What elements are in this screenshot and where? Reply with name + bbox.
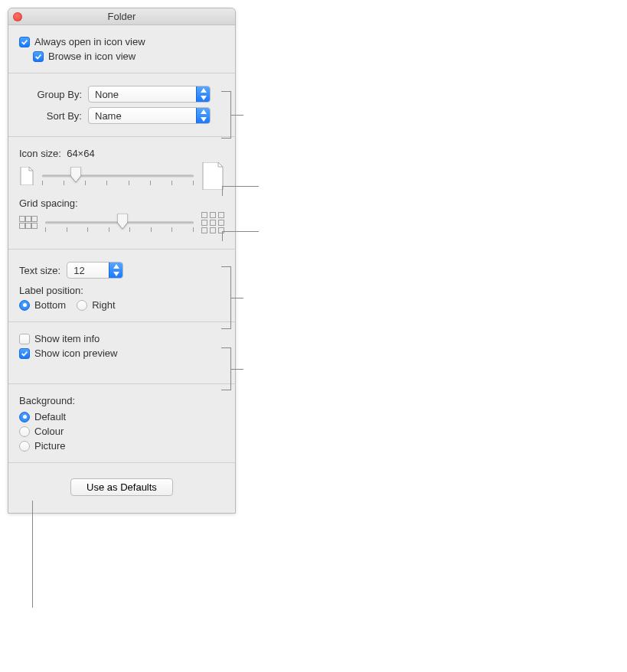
bg-default-label: Default: [34, 411, 66, 422]
sort-by-label: Sort By:: [19, 110, 88, 122]
callout-line: [222, 231, 259, 232]
svg-rect-11: [219, 220, 224, 226]
stepper-icon: [109, 263, 122, 278]
lbl-bottom: Bottom: [34, 299, 66, 311]
svg-rect-2: [32, 217, 38, 222]
section-open-mode: Always open in icon view Browse in icon …: [8, 25, 235, 73]
view-options-window: Folder Always open in icon view Browse i…: [8, 8, 236, 514]
svg-rect-12: [202, 228, 207, 233]
grid-loose-icon: [201, 212, 224, 233]
text-size-select[interactable]: 12: [67, 262, 123, 279]
group-by-select[interactable]: None: [88, 86, 211, 103]
label-bottom-radio[interactable]: [19, 300, 30, 311]
bg-default-radio[interactable]: [19, 412, 30, 422]
svg-rect-5: [32, 223, 38, 229]
slider-thumb-icon[interactable]: [70, 167, 80, 182]
svg-rect-6: [202, 213, 207, 218]
browse-checkbox[interactable]: [33, 51, 44, 62]
use-as-defaults-button[interactable]: Use as Defaults: [70, 478, 173, 496]
svg-rect-1: [26, 217, 31, 222]
window-title: Folder: [8, 11, 235, 22]
svg-rect-4: [26, 223, 31, 229]
footer: Use as Defaults: [8, 462, 235, 513]
stepper-icon: [196, 108, 210, 123]
always-open-checkbox[interactable]: [19, 37, 30, 47]
callout-line: [32, 501, 33, 608]
svg-rect-7: [211, 213, 216, 218]
callout-bracket: [230, 347, 231, 390]
svg-rect-3: [20, 223, 25, 229]
text-size-value: 12: [67, 265, 109, 276]
icon-size-value: 64×64: [67, 148, 95, 159]
show-item-info-label: Show item info: [34, 333, 100, 344]
stepper-icon: [196, 86, 210, 102]
icon-size-label: Icon size:: [19, 148, 61, 159]
browse-label: Browse in icon view: [48, 51, 136, 62]
svg-rect-8: [219, 213, 224, 218]
callout-bracket: [230, 91, 231, 139]
bg-picture-label: Picture: [34, 440, 65, 452]
group-by-label: Group By:: [19, 89, 88, 100]
section-show: Show item info Show icon preview: [8, 322, 235, 384]
slider-thumb-icon[interactable]: [117, 214, 127, 229]
section-text: Text size: 12 Label position: Bottom Rig…: [8, 250, 235, 322]
bg-picture-radio[interactable]: [19, 441, 30, 452]
callout-bracket: [230, 266, 231, 329]
titlebar[interactable]: Folder: [8, 8, 235, 25]
text-size-label: Text size:: [19, 265, 67, 276]
show-icon-preview-checkbox[interactable]: [19, 348, 30, 359]
group-by-value: None: [89, 89, 196, 100]
label-position-label: Label position:: [19, 285, 83, 296]
svg-rect-14: [219, 228, 224, 233]
grid-tight-icon: [19, 216, 38, 230]
grid-spacing-label: Grid spacing:: [19, 197, 78, 209]
section-background: Background: Default Colour Picture: [8, 384, 235, 462]
grid-spacing-slider[interactable]: [45, 215, 194, 230]
svg-rect-9: [202, 220, 207, 226]
file-small-icon: [19, 167, 34, 185]
svg-rect-10: [211, 220, 216, 226]
sort-by-value: Name: [89, 110, 196, 122]
sort-by-select[interactable]: Name: [88, 107, 211, 124]
callout-line: [222, 186, 259, 187]
show-item-info-checkbox[interactable]: [19, 334, 30, 344]
section-sizing: Icon size: 64×64 Grid spacing:: [8, 137, 235, 250]
svg-rect-13: [211, 228, 216, 233]
background-label: Background:: [19, 395, 75, 406]
lbl-right: Right: [92, 299, 115, 311]
show-icon-preview-label: Show icon preview: [34, 347, 117, 359]
bg-colour-label: Colour: [34, 426, 64, 437]
bg-colour-radio[interactable]: [19, 426, 30, 437]
section-arrange: Group By: None Sort By: Name: [8, 73, 235, 137]
svg-rect-0: [20, 217, 25, 222]
file-large-icon: [201, 162, 224, 190]
icon-size-slider[interactable]: [42, 168, 194, 184]
label-right-radio[interactable]: [77, 300, 87, 311]
always-open-label: Always open in icon view: [34, 36, 145, 47]
